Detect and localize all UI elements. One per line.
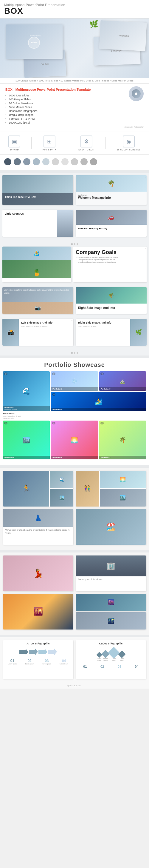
left-side-heading: Left Side Image And Info [21, 321, 71, 325]
separator-4 [0, 550, 149, 553]
slides-fourth-row: We've been crafting beautiful presentati… [2, 287, 147, 314]
slide-welcome: 🌴 Welcome Welcome Message Info ○ [76, 175, 147, 205]
slide-little-about: Little About Us ○ [2, 210, 73, 237]
arrow-3 [38, 649, 47, 655]
cube-label-1: Loremipsum [97, 657, 101, 661]
slide-sunset-couple: 🌇 [3, 594, 73, 629]
welcome-title: Welcome Message Info [78, 196, 144, 199]
goals-item-1: varing lorem ipsum regards et praesent i… [76, 258, 144, 261]
color-dot-10 [90, 158, 97, 165]
icons-bar: ▣ 16:9 HD ⊞ PPT & PPTX ⚙ EASY TO EDIT ◉ … [0, 132, 149, 155]
right-side-2-subtext: Lorem ipsum dolor sit amet. [78, 326, 128, 328]
portfolio-overlay-3: Portfolio #3 [99, 387, 146, 391]
hero-slide-main: IT Infographic SWOT [6, 25, 63, 59]
right-side-content: Right Side Image And Info [76, 304, 147, 312]
arrow-label-4: 04 Lorem ipsum [56, 659, 72, 665]
collage-bottom: 🏙️ [50, 489, 73, 506]
cube-item-4: Loremipsum [119, 652, 124, 661]
desc-item-5: Handmade Infographics [5, 109, 144, 113]
portfolio-label-7: Portfolio #7 [101, 457, 145, 459]
slide-badge-1: ○ [71, 176, 72, 178]
portfolio-label-2: Portfolio #2 [52, 388, 96, 390]
portfolio-label-3: Portfolio #3 [101, 388, 145, 390]
large-slide-text: 👗 We've been crafting beautiful presenta… [3, 509, 73, 545]
portfolio-item-3: ⛰️ ③ Portfolio #3 [99, 371, 146, 391]
desc-item-6: Drag & Drop Images [5, 113, 144, 117]
text-slide-content: We've been crafting beautiful presentati… [3, 527, 73, 537]
slides-first-row: Think Out Side Of A Box. ○ 🌴 Welcome Wel… [2, 175, 147, 205]
slides-second-row: Little About Us ○ 🚗 A Bit Of Company His… [2, 210, 147, 237]
company-goals-heading: Company Goals [76, 250, 144, 255]
cube-label-4: Loremipsum [120, 657, 124, 661]
separator-1 [0, 170, 149, 173]
photo-collage-2: 👫 🌅 🏙️ [76, 471, 146, 506]
hero-slide-right1: n Infographic [99, 20, 147, 51]
portfolio-desc-5: Lorem ipsum dolor sit amet consectetur a… [3, 415, 27, 420]
cubes-infographic-title: Cubes Infographic [76, 640, 146, 646]
separator-5 [0, 635, 149, 637]
portfolio-label-6: Portfolio #6 [52, 457, 96, 459]
color-dot-5 [42, 158, 49, 165]
slide-right-side-2: Right Side Image And Info Lorem ipsum do… [76, 319, 147, 346]
large-slide-person: 🏃 🌊 🏙️ [3, 471, 73, 506]
arrow-labels: 01 Lorem ipsum 02 Lorem ipsum 03 Lorem i… [3, 657, 73, 666]
collage2-bottom: 🏙️ [100, 489, 146, 506]
infographic-row: Arrow Infographic 01 Lorem ipsum 02 Lore… [3, 640, 146, 679]
desc-item-7: Formats PPT & PPTX [5, 117, 144, 121]
small-slides-col: 🌆 🌃 [76, 594, 146, 629]
design-credit: design by Pulsecolor [5, 125, 144, 128]
arrow-infographic-title: Arrow Infographic [3, 640, 73, 646]
slide-fashion: 💃 [3, 556, 73, 591]
portfolio-item-2: ❄️ ② Portfolio #2 [51, 371, 98, 391]
description-list: 1000 Total Slides 100 Unique Slides 10 C… [5, 94, 144, 125]
portfolio-overlay-1: Portfolio #1 Lorem ipsum dolor [3, 406, 50, 411]
portfolio-title: Portfolio Showcase [3, 362, 146, 368]
cube-stat-3: 03 [111, 665, 128, 668]
city-text-body: Lorem ipsum dolor sit amet. [78, 578, 144, 581]
portfolio-item-5: 🏙️ ⑤ Portfolio #5 [3, 421, 50, 459]
desc-item-2: 100 Unique Slides [5, 98, 144, 101]
right-side-heading: Right Side Image And Info [78, 306, 144, 310]
right-side-2-heading: Right Side Image And Info [78, 321, 128, 325]
collage-top: 🌊 [50, 471, 73, 488]
text-slide-body: We've been crafting beautiful presentati… [5, 529, 71, 535]
edit-icon: ⚙ [80, 135, 92, 148]
colors-label: 10 COLOR SCHEMES [117, 149, 141, 151]
goals-item-2: a really sot lorem ipsum praesent et dol… [76, 261, 144, 263]
color-dots-section [0, 155, 149, 170]
portfolio-number-1: ① [4, 373, 7, 375]
collage-main: 🏃 [3, 471, 49, 506]
description-section: BOX - Multipurpose PowerPoint Presentati… [0, 84, 149, 132]
slide-think-out-box: Think Out Side Of A Box. ○ [2, 175, 73, 205]
dot-5 [74, 352, 75, 354]
dot-2 [74, 243, 75, 245]
portfolio-label-5b: Portfolio #5 [4, 457, 48, 459]
goals-subtitle: Sunt ullamcorper ERAAS, lorem brevitur i… [76, 256, 144, 258]
color-dot-6 [52, 158, 59, 165]
icon-divider-3 [106, 137, 106, 149]
arrow-infographic-card: Arrow Infographic 01 Lorem ipsum 02 Lore… [3, 640, 73, 679]
portfolio-grid-2: 🏙️ ⑤ Portfolio #5 🌅 ⑥ Portfolio #6 🌴 ⑦ P… [3, 421, 146, 459]
plant-decoration: 🌿 [89, 20, 98, 32]
city-slide-text: Lorem ipsum dolor sit amet. [76, 577, 146, 582]
dot-3 [77, 243, 78, 245]
slides-row-4: We've been crafting beautiful presentati… [0, 287, 149, 319]
arrow-label-2: 02 Lorem ipsum [22, 659, 38, 665]
slides-row-2: Little About Us ○ 🚗 A Bit Of Company His… [0, 210, 149, 242]
slides-fifth-row: 📸 Left Side Image And Info Lorem ipsum d… [2, 319, 147, 346]
little-about-heading: Little About Us [5, 212, 54, 216]
slide-city: 🏢 Lorem ipsum dolor sit amet. [76, 556, 146, 591]
large-slide-row-3: 💃 🏢 Lorem ipsum dolor sit amet. [3, 556, 146, 591]
separator-3 [0, 465, 149, 468]
slide-badge-2: ○ [145, 176, 146, 178]
history-heading: A Bit Of Company History [78, 227, 144, 230]
ppt-label: PPT & PPTX [43, 149, 56, 151]
header-title: BOX [4, 6, 145, 16]
color-dot-2 [14, 158, 21, 165]
portfolio-overlay-6: Portfolio #6 [51, 456, 98, 459]
footer-watermark: gfxtra.com [3, 684, 146, 687]
header-subtitle: Multipurpose PowerPoint Presentation [4, 3, 145, 6]
portfolio-item-1: 🌊 ① Portfolio #1 Lorem ipsum dolor [3, 371, 50, 411]
cube-stat-4: 04 [128, 665, 145, 668]
large-slide-image: 🏖️ [76, 509, 146, 545]
